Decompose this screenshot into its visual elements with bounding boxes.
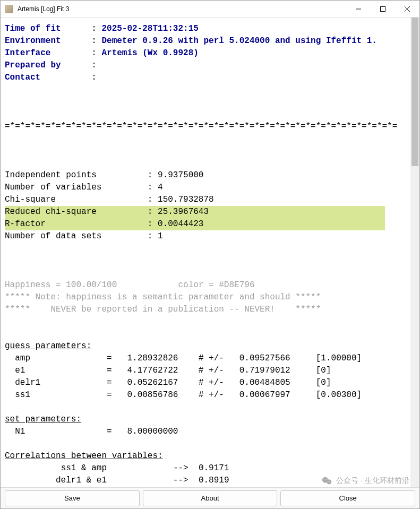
param-init: [0]	[316, 366, 331, 375]
save-button[interactable]: Save	[5, 490, 140, 506]
ndatasets-value: 1	[158, 231, 163, 241]
param-value: 0.05262167	[127, 378, 178, 387]
param-pm: 0.00067997	[239, 390, 290, 400]
redchisq-label: Reduced chi-square	[5, 207, 97, 217]
param-name: e1	[15, 366, 25, 375]
time-label: Time of fit	[5, 24, 61, 33]
separator-line: =*=*=*=*=*=*=*=*=*=*=*=*=*=*=*=*=*=*=*=*…	[5, 122, 397, 131]
scrollbar-thumb[interactable]	[412, 18, 418, 166]
bottom-toolbar: Save About Close	[1, 487, 419, 508]
window-controls	[346, 1, 419, 18]
guess-header: guess parameters:	[5, 341, 91, 351]
colon: :	[61, 24, 102, 33]
chisq-label: Chi-square	[5, 195, 56, 204]
interface-label: Interface	[5, 48, 50, 58]
wechat-icon	[321, 475, 333, 487]
happiness-line: Happiness = 100.00/100 color = #D8E796	[5, 280, 254, 290]
param-value: 1.28932826	[127, 353, 178, 363]
corr-arrow: -->	[173, 476, 188, 485]
param-init: [1.00000]	[316, 353, 362, 363]
corr-pair: ss1 & amp	[61, 463, 107, 473]
vertical-scrollbar[interactable]	[410, 18, 419, 487]
maximize-button[interactable]	[371, 1, 395, 18]
env-value: Demeter 0.9.26 with perl 5.024000 and us…	[101, 36, 376, 46]
param-value: 4.17762722	[127, 366, 178, 375]
contact-label: Contact	[5, 73, 40, 82]
window-title: Artemis [Log] Fit 3	[18, 5, 346, 13]
svg-point-6	[324, 479, 325, 480]
log-text: Time of fit : 2025-02-28T11:32:15 Enviro…	[1, 18, 410, 487]
colon: :	[61, 36, 102, 46]
corr-header: Correlations between variables:	[5, 451, 163, 461]
svg-rect-1	[381, 6, 385, 11]
svg-point-5	[327, 479, 331, 484]
corr-value: 0.8919	[199, 476, 229, 485]
rfactor-value: 0.0044423	[158, 219, 203, 229]
param-init: [0.00300]	[316, 390, 362, 400]
main-window: Artemis [Log] Fit 3 Time of fit : 2025-0…	[0, 0, 420, 509]
close-button[interactable]: Close	[280, 490, 415, 506]
maximize-icon	[380, 6, 385, 12]
time-value: 2025-02-28T11:32:15	[101, 24, 198, 33]
param-pm: 0.09527566	[239, 353, 290, 363]
close-window-button[interactable]	[395, 1, 419, 18]
param-name: ss1	[15, 390, 30, 400]
param-name: amp	[15, 353, 30, 363]
redchisq-value: 25.3967643	[158, 207, 209, 217]
svg-point-7	[326, 479, 327, 480]
nvars-label: Number of variables	[5, 183, 101, 192]
app-icon	[5, 5, 13, 13]
prepared-label: Prepared by	[5, 61, 61, 70]
nvars-value: 4	[158, 183, 163, 192]
chisq-value: 150.7932878	[158, 195, 214, 204]
param-name: delr1	[15, 378, 40, 387]
minimize-button[interactable]	[346, 1, 371, 18]
colon: :	[50, 48, 101, 58]
svg-point-9	[330, 481, 330, 481]
param-value: 0.00856786	[127, 390, 178, 400]
redchisq-row: Reduced chi-square : 25.3967643	[5, 206, 385, 218]
env-label: Environment	[5, 36, 61, 46]
about-button[interactable]: About	[143, 490, 278, 506]
svg-point-8	[328, 481, 329, 481]
corr-pair: delr1 & e1	[56, 476, 107, 485]
set-value: 8.00000000	[127, 427, 178, 436]
rfactor-label: R-factor	[5, 219, 46, 229]
titlebar: Artemis [Log] Fit 3	[1, 1, 419, 18]
colon: :	[40, 73, 101, 82]
param-pm: 0.71979012	[239, 366, 290, 375]
param-pm: 0.00484805	[239, 378, 290, 387]
watermark: 公众号 · 生化环材前沿	[321, 475, 409, 487]
watermark-text: 公众号 · 生化环材前沿	[336, 476, 409, 486]
set-name: N1	[15, 427, 25, 436]
param-init: [0]	[316, 378, 331, 387]
ndatasets-label: Number of data sets	[5, 231, 101, 241]
colon: :	[61, 61, 102, 70]
note-line-1: ***** Note: happiness is a semantic para…	[5, 292, 321, 302]
minimize-icon	[356, 6, 361, 12]
independent-value: 9.9375000	[158, 170, 203, 180]
set-header: set parameters:	[5, 415, 81, 424]
corr-value: 0.9171	[199, 463, 229, 473]
close-icon	[405, 6, 410, 12]
rfactor-row: R-factor : 0.0044423	[5, 218, 385, 230]
independent-label: Independent points	[5, 170, 97, 180]
interface-value: Artemis (Wx 0.9928)	[101, 48, 198, 58]
corr-arrow: -->	[173, 463, 188, 473]
content-area: Time of fit : 2025-02-28T11:32:15 Enviro…	[1, 18, 419, 487]
note-line-2: ***** NEVER be reported in a publication…	[5, 305, 321, 314]
